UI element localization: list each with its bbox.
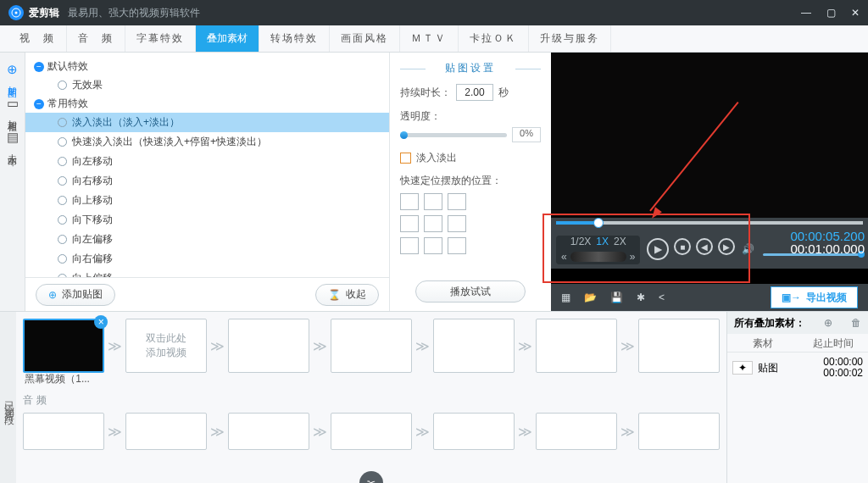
tab-1[interactable]: 音 频 xyxy=(67,25,125,52)
tab-0[interactable]: 视 频 xyxy=(8,25,67,52)
fx-item[interactable]: 向上移动 xyxy=(25,191,389,210)
speed-1X[interactable]: 1X xyxy=(596,236,609,247)
clip-slot[interactable] xyxy=(228,319,309,373)
pos-cell-4[interactable] xyxy=(424,215,442,232)
added-clips-label: 已添加片段 xyxy=(0,312,16,483)
fx-item[interactable]: 快速淡入淡出（快速淡入+停留+快速淡出） xyxy=(25,132,389,152)
tab-6[interactable]: ＭＴＶ xyxy=(400,25,459,52)
fx-item[interactable]: 淡入淡出（淡入+淡出） xyxy=(25,113,389,132)
video-track[interactable]: 黑幕视频（1...≫双击此处 添加视频≫≫≫≫≫ xyxy=(23,319,720,373)
maximize-button[interactable]: ▢ xyxy=(826,7,836,19)
audio-track[interactable]: ≫≫≫≫≫≫ xyxy=(23,413,720,450)
sticker-options: 贴图设置 持续时长：秒 透明度： 0% 淡入淡出 快速定位摆放的位置： 播放试试 xyxy=(390,53,551,311)
fx-item[interactable]: 向左偏移 xyxy=(25,230,389,249)
opacity-value: 0% xyxy=(512,127,541,142)
fx-item[interactable]: 向右偏移 xyxy=(25,249,389,269)
overlay-delete-icon[interactable]: 🗑 xyxy=(851,317,861,329)
pos-cell-0[interactable] xyxy=(400,193,419,210)
clip-slot[interactable] xyxy=(638,319,720,373)
add-sticker-button[interactable]: ⊕添加贴图 xyxy=(36,284,115,306)
tab-4[interactable]: 转场特效 xyxy=(259,25,330,52)
app-title: 爱剪辑 xyxy=(29,6,59,20)
audio-slot[interactable] xyxy=(23,413,104,450)
speed-control[interactable]: 1/2X1X2X «» xyxy=(556,236,640,264)
settings-icon[interactable]: ✱ xyxy=(637,291,645,303)
stop-button[interactable]: ■ xyxy=(674,238,691,255)
clip-slot[interactable] xyxy=(536,319,617,373)
tab-5[interactable]: 画面风格 xyxy=(330,25,400,52)
fx-group[interactable]: −默认特效 xyxy=(25,58,389,75)
sidetool-0[interactable]: ⊕加贴图 xyxy=(3,59,23,86)
fade-checkbox[interactable]: 淡入淡出 xyxy=(400,151,541,165)
transition-icon[interactable]: ≫ xyxy=(620,338,635,354)
clip-slot[interactable] xyxy=(331,319,412,373)
overlay-add-icon[interactable]: ⊕ xyxy=(824,317,832,329)
cut-button[interactable]: ✂ xyxy=(359,471,383,483)
save-icon[interactable]: 💾 xyxy=(610,291,623,303)
app-logo: 爱剪辑 xyxy=(8,5,59,20)
preview-button[interactable]: 播放试试 xyxy=(415,280,526,303)
transition-icon[interactable]: ≫ xyxy=(210,338,225,354)
tab-3[interactable]: 叠加素材 xyxy=(196,25,259,52)
sidetool-1[interactable]: ▭加相框 xyxy=(3,93,23,120)
tab-7[interactable]: 卡拉ＯＫ xyxy=(459,25,529,52)
share-icon[interactable]: < xyxy=(659,291,665,303)
prev-frame-button[interactable]: ◀ xyxy=(696,238,713,255)
transition-icon[interactable]: ≫ xyxy=(108,338,122,354)
audio-slot[interactable] xyxy=(331,413,412,450)
export-button[interactable]: ▣→导出视频 xyxy=(771,286,858,308)
pos-cell-6[interactable] xyxy=(400,237,419,254)
preview-panel: 1/2X1X2X «» ▶ ■ ◀ ▶ 🔊 00:00:05.200 00:01… xyxy=(551,53,868,311)
audio-slot[interactable] xyxy=(125,413,207,450)
clip-slot[interactable]: 黑幕视频（1... xyxy=(23,319,104,373)
transition-icon[interactable]: ≫ xyxy=(415,338,430,354)
overlay-title: 所有叠加素材： xyxy=(734,316,805,330)
collapse-button[interactable]: ⌛收起 xyxy=(315,284,379,306)
fx-item[interactable]: 向右移动 xyxy=(25,171,389,191)
fx-item[interactable]: 无效果 xyxy=(25,75,389,95)
play-button[interactable]: ▶ xyxy=(647,238,669,260)
clip-slot[interactable] xyxy=(433,319,515,373)
audio-slot[interactable] xyxy=(638,413,720,450)
audio-slot[interactable] xyxy=(433,413,515,450)
time-elapsed: 00:00:05.200 xyxy=(790,230,865,242)
overlay-row[interactable]: ✦ 贴图 00:00:0000:00:02 xyxy=(727,353,868,383)
audio-slot[interactable] xyxy=(228,413,309,450)
close-button[interactable]: ✕ xyxy=(851,7,860,19)
position-grid[interactable] xyxy=(400,193,541,254)
audio-slot[interactable] xyxy=(536,413,617,450)
fx-item[interactable]: 向左移动 xyxy=(25,152,389,171)
pos-cell-5[interactable] xyxy=(448,215,466,232)
pos-cell-8[interactable] xyxy=(448,237,466,254)
preview-toolbar: ▦ 📂 💾 ✱ < ▣→导出视频 xyxy=(551,284,868,311)
duration-input[interactable] xyxy=(456,84,493,101)
open-icon[interactable]: 📂 xyxy=(584,291,597,303)
tab-8[interactable]: 升级与服务 xyxy=(529,25,611,52)
speed-2X[interactable]: 2X xyxy=(614,236,626,247)
main-tabs: 视 频音 频字幕特效叠加素材转场特效画面风格ＭＴＶ卡拉ＯＫ升级与服务 xyxy=(0,25,868,53)
pos-cell-2[interactable] xyxy=(448,193,466,210)
logo-icon xyxy=(8,5,24,20)
fx-group[interactable]: −常用特效 xyxy=(25,95,389,113)
transition-icon[interactable]: ≫ xyxy=(518,338,532,354)
clip-slot[interactable]: 双击此处 添加视频 xyxy=(125,319,207,373)
player-controls: 1/2X1X2X «» ▶ ■ ◀ ▶ 🔊 00:00:05.200 00:01… xyxy=(551,218,868,269)
fx-item[interactable]: 向上偏移 xyxy=(25,269,389,277)
new-icon[interactable]: ▦ xyxy=(561,291,570,303)
next-frame-button[interactable]: ▶ xyxy=(718,238,735,255)
speed-1/2X[interactable]: 1/2X xyxy=(570,236,592,247)
pos-cell-3[interactable] xyxy=(400,215,419,232)
opacity-slider[interactable] xyxy=(400,133,507,137)
pos-cell-7[interactable] xyxy=(424,237,442,254)
effects-list[interactable]: −默认特效无效果−常用特效淡入淡出（淡入+淡出）快速淡入淡出（快速淡入+停留+快… xyxy=(25,53,389,277)
transition-icon[interactable]: ≫ xyxy=(313,338,327,354)
pos-cell-1[interactable] xyxy=(424,193,442,210)
volume-icon[interactable]: 🔊 xyxy=(742,243,754,255)
sidetool-2[interactable]: ▤去水印 xyxy=(3,127,23,154)
tab-2[interactable]: 字幕特效 xyxy=(125,25,196,52)
overlay-panel: 所有叠加素材： ⊕ 🗑 素材起止时间 ✦ 贴图 00:00:0000:00:02 xyxy=(726,312,868,483)
seek-bar[interactable] xyxy=(556,221,863,225)
fx-item[interactable]: 向下移动 xyxy=(25,210,389,230)
minimize-button[interactable]: — xyxy=(801,7,811,19)
titlebar: 爱剪辑 最易用、强大的视频剪辑软件 — ▢ ✕ xyxy=(0,0,868,25)
